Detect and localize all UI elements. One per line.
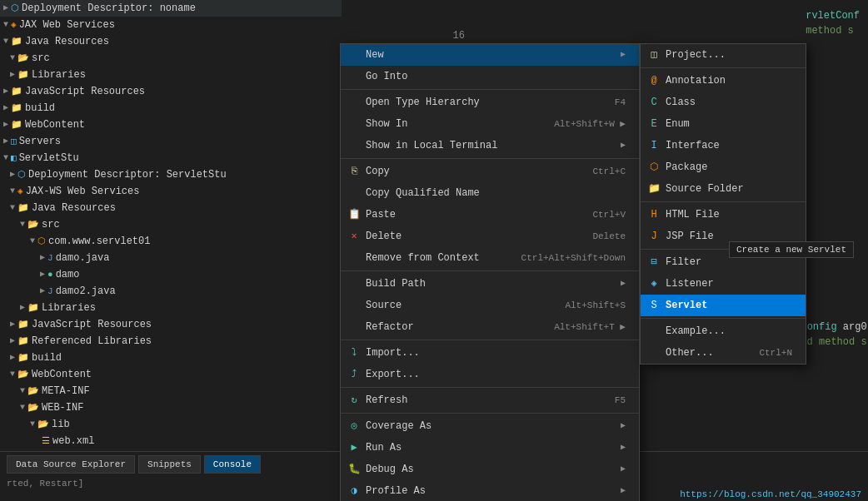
cm-item-export[interactable]: ⤴ Export... [341,364,639,385]
tree-label: src [42,217,60,232]
cm-item-html-file[interactable]: H HTML File [641,204,806,226]
tree-item-meta-inf[interactable]: ▼ 📂 META-INF [0,383,342,399]
tree-label: damo2.java [56,284,116,299]
cm-item-open-type[interactable]: Open Type Hierarchy F4 [341,92,639,113]
cm-label: Export... [366,366,420,383]
shortcut-label: Alt+Shift+W ▶ [554,116,626,132]
tree-item-webcontent-2[interactable]: ▼ 📂 WebContent [0,366,342,383]
tree-item-servers[interactable]: ▶ ◫ Servers [0,133,342,150]
tree-item-referenced-libraries[interactable]: ▶ 📁 Referenced Libraries [0,333,342,350]
tree-item-servletstu[interactable]: ▼ ◧ ServletStu [0,150,342,166]
tree-item-web-inf[interactable]: ▼ 📂 WEB-INF [0,399,342,416]
separator [341,158,639,159]
copy-icon: ⎘ [347,163,361,180]
project-explorer: ▶ ⬡ Deployment Descriptor: noname ▼ ◈ JA… [0,0,342,449]
cm-item-listener[interactable]: ◈ Listener [641,273,806,295]
arrow-icon: ▼ [10,184,15,199]
cm-item-refactor[interactable]: Refactor Alt+Shift+T ▶ [341,316,639,338]
arrow-icon: ▶ [10,167,15,182]
deployment-icon: ⬡ [11,1,19,16]
cm-label: Delete [366,228,402,245]
cm-item-import[interactable]: ⤵ Import... [341,342,639,364]
code-line-16: 16 [433,28,868,43]
cm-item-enum[interactable]: E Enum [641,113,806,135]
cm-item-delete[interactable]: ✕ Delete Delete [341,226,639,247]
cm-item-servlet[interactable]: S Servlet [641,295,806,316]
tree-item-libraries[interactable]: ▶ 📁 Libraries [0,67,342,83]
cm-item-copy[interactable]: ⎘ Copy Ctrl+C [341,161,639,182]
cm-item-debug-as[interactable]: 🐛 Debug As ▶ [341,459,639,480]
cm-item-copy-qualified[interactable]: Copy Qualified Name [341,182,639,204]
arrow-icon: ▶ [10,317,15,332]
tree-item-lib[interactable]: ▼ 📂 lib [0,416,342,433]
tree-label: src [32,51,50,66]
tree-item-damo[interactable]: ▶ ● damo [0,266,342,283]
tree-item-deployment-servletstu[interactable]: ▶ ⬡ Deployment Descriptor: ServletStu [0,166,342,183]
cm-item-remove-context[interactable]: Remove from Context Ctrl+Alt+Shift+Down [341,247,639,269]
tree-item-package[interactable]: ▼ ⬡ com.www.servlet01 [0,233,342,250]
cm-item-source[interactable]: Source Alt+Shift+S [341,295,639,316]
tooltip-text: Create a new Servlet [736,245,846,255]
cm-item-package[interactable]: ⬡ Package [641,156,806,178]
folder-icon: 📂 [27,384,39,399]
arrow-icon: ▼ [30,417,35,432]
cm-item-paste[interactable]: 📋 Paste Ctrl+V [341,204,639,226]
tree-item-build[interactable]: ▶ 📁 build [0,100,342,117]
cm-item-show-in[interactable]: Show In Alt+Shift+W ▶ [341,113,639,135]
tree-item-damo-java[interactable]: ▶ J damo.java [0,250,342,266]
cm-item-project[interactable]: ◫ Project... [641,44,806,66]
folder-icon: 📁 [27,300,39,315]
tree-item-damo2-java[interactable]: ▶ J damo2.java [0,283,342,300]
tab-data-source-explorer[interactable]: Data Source Explorer [7,455,135,474]
shortcut-label: F5 [615,392,626,409]
cm-item-class[interactable]: C Class [641,92,806,113]
shortcut-label: Ctrl+C [592,163,626,180]
export-icon: ⤴ [347,366,361,383]
cm-item-coverage-as[interactable]: ◎ Coverage As ▶ [341,415,639,437]
tree-item-libraries-2[interactable]: ▶ 📁 Libraries [0,300,342,316]
tree-item-deployment-noname[interactable]: ▶ ⬡ Deployment Descriptor: noname [0,0,342,17]
arrow-icon: ▼ [10,367,15,382]
cm-item-annotation[interactable]: @ Annotation [641,70,806,92]
cm-item-go-into[interactable]: Go Into [341,66,639,87]
context-menu-sub-new: ◫ Project... @ Annotation C Class E Enum… [640,43,806,365]
cm-item-build-path[interactable]: Build Path ▶ [341,273,639,295]
separator [341,413,639,414]
cm-label: Filter [666,254,701,270]
tree-item-jax-ws-servletstu[interactable]: ▼ ◈ JAX-WS Web Services [0,183,342,200]
interface-icon: I [647,137,661,154]
tree-item-build-2[interactable]: ▶ 📁 build [0,350,342,366]
cm-label: Project... [666,47,726,63]
cm-item-interface[interactable]: I Interface [641,135,806,156]
tree-item-web-xml[interactable]: ☰ web.xml [0,433,342,449]
cm-item-show-terminal[interactable]: Show in Local Terminal ▶ [341,135,639,156]
tree-item-js-resources[interactable]: ▶ 📁 JavaScript Resources [0,83,342,100]
folder-icon: 📁 [17,334,29,349]
tree-label: JAX Web Services [19,17,115,32]
cm-label: Show In [366,116,407,132]
tree-item-js-resources-2[interactable]: ▶ 📁 JavaScript Resources [0,316,342,333]
tree-item-src[interactable]: ▼ 📂 src [0,50,342,67]
cm-label: Profile As [366,483,426,499]
tree-label: damo [56,267,80,282]
shortcut-label: Delete [592,228,626,245]
tab-snippets[interactable]: Snippets [138,455,201,474]
cm-label: Source [366,297,402,314]
cm-label: Copy [366,163,390,180]
cm-item-new[interactable]: New ▶ [341,44,639,66]
tree-item-jax-ws[interactable]: ▼ ◈ JAX Web Services [0,17,342,33]
cm-item-profile-as[interactable]: ◑ Profile As ▶ [341,480,639,501]
tree-item-src-2[interactable]: ▼ 📂 src [0,216,342,233]
tree-item-java-resources-2[interactable]: ▼ 📁 Java Resources [0,200,342,216]
tab-console[interactable]: Console [204,455,261,474]
tree-item-java-resources[interactable]: ▼ 📁 Java Resources [0,33,342,50]
cm-label: Build Path [366,275,426,292]
annotation-icon: @ [647,72,661,89]
cm-item-run-as[interactable]: ▶ Run As ▶ [341,437,639,459]
cm-item-example[interactable]: Example... [641,320,806,342]
cm-item-other[interactable]: Other... Ctrl+N [641,342,806,364]
cm-item-refresh[interactable]: ↻ Refresh F5 [341,389,639,411]
tree-item-webcontent[interactable]: ▶ 📁 WebContent [0,117,342,133]
html-icon: H [647,206,661,223]
cm-item-source-folder[interactable]: 📁 Source Folder [641,178,806,200]
